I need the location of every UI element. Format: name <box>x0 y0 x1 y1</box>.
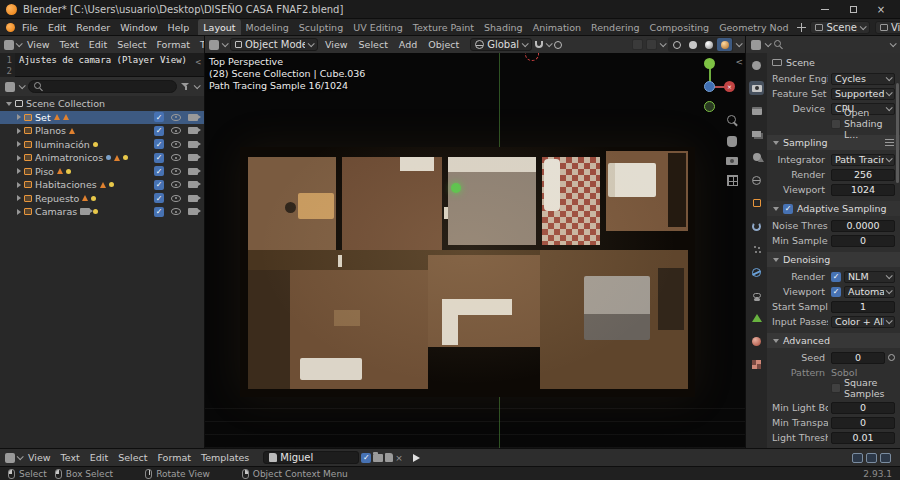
bottom-menu-select[interactable]: Select <box>114 452 151 463</box>
workspace-tab-uv-editing[interactable]: UV Editing <box>348 19 408 35</box>
collapse-icon[interactable] <box>17 114 21 120</box>
outliner-row-piso[interactable]: Piso ✓ <box>0 165 204 179</box>
code-line[interactable]: Ajustes de camara (Player View) <box>19 55 204 66</box>
start-sample-field[interactable]: 1 <box>831 301 895 313</box>
open-text-icon[interactable] <box>373 454 383 462</box>
ortho-toggle-icon[interactable] <box>727 175 738 186</box>
menu-window[interactable]: Window <box>115 19 162 35</box>
filter-icon[interactable] <box>181 82 190 91</box>
advanced-section-header[interactable]: Advanced <box>767 333 900 348</box>
filter-chevron-icon[interactable] <box>194 82 201 89</box>
scene-selector[interactable]: Scene <box>810 21 870 34</box>
bottom-menu-templates[interactable]: Templates <box>197 452 253 463</box>
collapse-icon[interactable] <box>17 209 21 215</box>
visibility-checkbox[interactable]: ✓ <box>154 126 164 136</box>
axis-y-handle[interactable] <box>704 58 715 69</box>
viewport-canvas[interactable]: Top Perspective (28) Scene Collection | … <box>205 53 745 448</box>
pan-hand-icon[interactable] <box>727 136 737 147</box>
render-tab-icon[interactable] <box>749 81 764 95</box>
text-datablock-selector[interactable]: Miguel <box>263 451 359 464</box>
vp-menu-object[interactable]: Object <box>424 39 463 50</box>
disable-render-icon[interactable] <box>188 195 198 202</box>
workspace-tab-rendering[interactable]: Rendering <box>586 19 645 35</box>
object-tab-icon[interactable] <box>749 196 764 210</box>
solid-shading-button[interactable] <box>685 38 700 51</box>
collapse-icon[interactable] <box>17 141 21 147</box>
vp-menu-select[interactable]: Select <box>355 39 392 50</box>
proportional-editing-icon[interactable] <box>554 41 562 49</box>
text-editor-body[interactable]: 1 2 Ajustes de camara (Player View) < <box>0 53 204 77</box>
collapse-icon[interactable] <box>17 155 21 161</box>
bottom-editor-chevron-icon[interactable] <box>17 453 24 460</box>
viewport-type-icon[interactable] <box>209 40 219 50</box>
navigation-gizmo[interactable]: × <box>687 61 733 113</box>
snap-chevron-icon[interactable] <box>546 40 553 47</box>
animate-seed-icon[interactable] <box>888 354 895 361</box>
disable-render-icon[interactable] <box>188 154 198 161</box>
add-workspace-button[interactable] <box>797 23 806 32</box>
new-text-icon[interactable] <box>385 453 393 462</box>
world-tab-icon[interactable] <box>749 173 764 187</box>
bottom-menu-edit[interactable]: Edit <box>86 452 112 463</box>
disable-render-icon[interactable] <box>188 114 198 121</box>
hide-viewport-icon[interactable] <box>171 154 181 161</box>
menu-help[interactable]: Help <box>163 19 195 35</box>
outliner-type-icon[interactable] <box>5 82 15 92</box>
outliner-row-camaras[interactable]: Camaras ✓ <box>0 205 204 219</box>
bottom-menu-format[interactable]: Format <box>153 452 194 463</box>
output-tab-icon[interactable] <box>749 104 764 118</box>
properties-options-chevron-icon[interactable] <box>890 40 897 47</box>
disable-render-icon[interactable] <box>188 168 198 175</box>
feature-set-dropdown[interactable]: Supported <box>831 88 895 100</box>
hide-viewport-icon[interactable] <box>171 127 181 134</box>
visibility-checkbox[interactable]: ✓ <box>154 193 164 203</box>
visibility-checkbox[interactable]: ✓ <box>154 153 164 163</box>
outliner-search-input[interactable] <box>28 80 177 93</box>
sidebar-toggle-icon[interactable]: < <box>735 57 743 67</box>
hide-viewport-icon[interactable] <box>171 195 181 202</box>
denoise-viewport-checkbox[interactable]: ✓ <box>831 287 841 297</box>
bottom-menu-view[interactable]: View <box>24 452 55 463</box>
hide-viewport-icon[interactable] <box>171 168 181 175</box>
camera-view-icon[interactable] <box>726 157 738 165</box>
orientation-dropdown[interactable]: Global <box>470 38 532 51</box>
particles-tab-icon[interactable] <box>749 242 764 256</box>
rendered-shading-button[interactable] <box>717 38 732 51</box>
hide-viewport-icon[interactable] <box>171 181 181 188</box>
hide-viewport-icon[interactable] <box>171 208 181 215</box>
bottom-editor-type-icon[interactable] <box>5 453 15 463</box>
material-tab-icon[interactable] <box>749 334 764 348</box>
scene-tab-icon[interactable] <box>749 150 764 164</box>
view-layer-tab-icon[interactable] <box>749 127 764 141</box>
overlays-chevron-icon[interactable] <box>660 40 667 47</box>
texture-tab-icon[interactable] <box>749 357 764 371</box>
viewport-type-chevron-icon[interactable] <box>222 40 229 47</box>
editor-icon[interactable] <box>852 453 863 463</box>
properties-search-icon[interactable] <box>774 40 783 49</box>
workspace-tab-texture-paint[interactable]: Texture Paint <box>408 19 479 35</box>
texted-menu-view[interactable]: View <box>23 39 54 50</box>
fake-user-toggle[interactable]: ✓ <box>361 453 371 463</box>
workspace-tab-layout[interactable]: Layout <box>198 19 240 35</box>
viewport-samples-field[interactable]: 1024 <box>831 184 895 196</box>
denoise-render-dropdown[interactable]: NLM <box>844 271 895 283</box>
run-script-button[interactable] <box>413 454 420 462</box>
min-transparent-field[interactable]: 0 <box>831 417 895 429</box>
properties-type-icon[interactable] <box>751 40 761 50</box>
properties-type-chevron-icon[interactable] <box>765 40 772 47</box>
hide-viewport-icon[interactable] <box>171 114 181 121</box>
workspace-tab-geometry-nodes[interactable]: Geometry Nod <box>714 19 793 35</box>
visibility-checkbox[interactable]: ✓ <box>154 139 164 149</box>
collapse-icon[interactable] <box>17 168 21 174</box>
texted-menu-text[interactable]: Text <box>56 39 83 50</box>
outliner-type-chevron-icon[interactable] <box>19 82 26 89</box>
workspace-tab-compositing[interactable]: Compositing <box>645 19 715 35</box>
presets-icon[interactable] <box>885 139 894 146</box>
text-editor-type-icon[interactable] <box>4 40 14 50</box>
noise-threshold-field[interactable]: 0.0000 <box>831 220 895 232</box>
axis-x-handle[interactable]: × <box>724 81 735 92</box>
adaptive-sampling-subpanel-header[interactable]: ✓ Adaptive Sampling <box>767 201 900 216</box>
shading-chevron-icon[interactable] <box>736 40 743 47</box>
menu-render[interactable]: Render <box>71 19 115 35</box>
zoom-icon[interactable] <box>727 115 738 126</box>
